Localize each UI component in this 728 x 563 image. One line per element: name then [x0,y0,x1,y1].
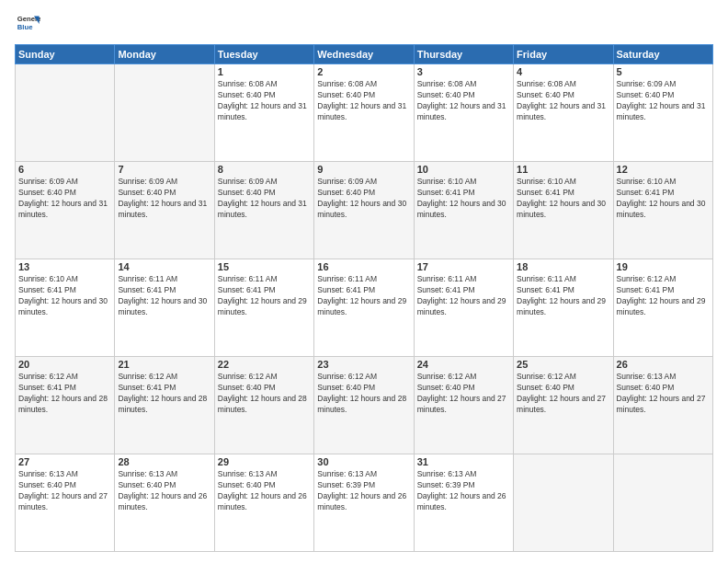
day-info: Sunrise: 6:12 AM Sunset: 6:40 PM Dayligh… [218,372,311,416]
calendar-cell: 21Sunrise: 6:12 AM Sunset: 6:41 PM Dayli… [115,357,214,454]
day-info: Sunrise: 6:13 AM Sunset: 6:39 PM Dayligh… [417,469,510,513]
day-of-week-header: Saturday [613,45,712,64]
day-info: Sunrise: 6:09 AM Sunset: 6:40 PM Dayligh… [118,177,210,221]
calendar-cell: 11Sunrise: 6:10 AM Sunset: 6:41 PM Dayli… [514,162,613,259]
day-info: Sunrise: 6:13 AM Sunset: 6:40 PM Dayligh… [118,469,210,513]
day-number: 9 [317,164,410,175]
day-info: Sunrise: 6:09 AM Sunset: 6:40 PM Dayligh… [218,177,311,221]
day-number: 22 [218,359,311,370]
calendar-week-row: 13Sunrise: 6:10 AM Sunset: 6:41 PM Dayli… [16,259,713,357]
svg-text:Blue: Blue [17,23,33,31]
day-of-week-header: Wednesday [314,45,414,64]
day-info: Sunrise: 6:10 AM Sunset: 6:41 PM Dayligh… [18,274,111,318]
calendar-cell: 9Sunrise: 6:09 AM Sunset: 6:40 PM Daylig… [314,162,414,259]
logo: General Blue [15,11,44,37]
calendar-cell: 23Sunrise: 6:12 AM Sunset: 6:40 PM Dayli… [314,357,414,454]
day-number: 30 [317,456,410,467]
day-of-week-header: Tuesday [214,45,313,64]
day-info: Sunrise: 6:08 AM Sunset: 6:40 PM Dayligh… [218,79,311,123]
day-number: 3 [417,66,510,77]
day-number: 11 [517,164,609,175]
day-info: Sunrise: 6:10 AM Sunset: 6:41 PM Dayligh… [517,177,609,221]
day-number: 21 [118,359,210,370]
day-info: Sunrise: 6:08 AM Sunset: 6:40 PM Dayligh… [517,79,609,123]
calendar-table: SundayMondayTuesdayWednesdayThursdayFrid… [15,44,713,552]
calendar-cell: 12Sunrise: 6:10 AM Sunset: 6:41 PM Dayli… [613,162,712,259]
day-info: Sunrise: 6:08 AM Sunset: 6:40 PM Dayligh… [417,79,510,123]
day-number: 5 [617,66,710,77]
calendar-cell: 2Sunrise: 6:08 AM Sunset: 6:40 PM Daylig… [314,64,414,162]
day-number: 12 [617,164,710,175]
day-info: Sunrise: 6:12 AM Sunset: 6:40 PM Dayligh… [317,372,410,416]
day-info: Sunrise: 6:09 AM Sunset: 6:40 PM Dayligh… [317,177,410,221]
page: General Blue SundayMondayTuesdayWednesda… [0,0,728,563]
calendar-cell: 30Sunrise: 6:13 AM Sunset: 6:39 PM Dayli… [314,454,414,552]
day-number: 1 [218,66,311,77]
calendar-cell: 18Sunrise: 6:11 AM Sunset: 6:41 PM Dayli… [514,259,613,357]
calendar-cell: 24Sunrise: 6:12 AM Sunset: 6:40 PM Dayli… [414,357,513,454]
day-number: 14 [118,261,210,272]
day-number: 23 [317,359,410,370]
calendar-cell: 4Sunrise: 6:08 AM Sunset: 6:40 PM Daylig… [514,64,613,162]
day-info: Sunrise: 6:11 AM Sunset: 6:41 PM Dayligh… [417,274,510,318]
day-number: 7 [118,164,210,175]
calendar-cell: 7Sunrise: 6:09 AM Sunset: 6:40 PM Daylig… [115,162,214,259]
day-info: Sunrise: 6:13 AM Sunset: 6:39 PM Dayligh… [317,469,410,513]
day-number: 8 [218,164,311,175]
day-number: 28 [118,456,210,467]
calendar-cell: 14Sunrise: 6:11 AM Sunset: 6:41 PM Dayli… [115,259,214,357]
calendar-cell: 26Sunrise: 6:13 AM Sunset: 6:40 PM Dayli… [613,357,712,454]
day-number: 24 [417,359,510,370]
day-number: 2 [317,66,410,77]
calendar-cell: 16Sunrise: 6:11 AM Sunset: 6:41 PM Dayli… [314,259,414,357]
day-number: 26 [617,359,710,370]
day-number: 25 [517,359,609,370]
calendar-week-row: 1Sunrise: 6:08 AM Sunset: 6:40 PM Daylig… [16,64,713,162]
day-of-week-header: Sunday [16,45,115,64]
day-info: Sunrise: 6:12 AM Sunset: 6:41 PM Dayligh… [617,274,710,318]
day-number: 18 [517,261,609,272]
day-info: Sunrise: 6:11 AM Sunset: 6:41 PM Dayligh… [118,274,210,318]
day-info: Sunrise: 6:12 AM Sunset: 6:41 PM Dayligh… [18,372,111,416]
header: General Blue [15,11,713,37]
day-info: Sunrise: 6:10 AM Sunset: 6:41 PM Dayligh… [417,177,510,221]
day-info: Sunrise: 6:11 AM Sunset: 6:41 PM Dayligh… [317,274,410,318]
day-number: 16 [317,261,410,272]
calendar-cell: 5Sunrise: 6:09 AM Sunset: 6:40 PM Daylig… [613,64,712,162]
calendar-cell: 29Sunrise: 6:13 AM Sunset: 6:40 PM Dayli… [214,454,313,552]
day-info: Sunrise: 6:08 AM Sunset: 6:40 PM Dayligh… [317,79,410,123]
day-info: Sunrise: 6:11 AM Sunset: 6:41 PM Dayligh… [218,274,311,318]
calendar-cell: 20Sunrise: 6:12 AM Sunset: 6:41 PM Dayli… [16,357,115,454]
calendar-cell [115,64,214,162]
day-info: Sunrise: 6:13 AM Sunset: 6:40 PM Dayligh… [617,372,710,416]
calendar-cell: 1Sunrise: 6:08 AM Sunset: 6:40 PM Daylig… [214,64,313,162]
day-number: 10 [417,164,510,175]
day-number: 19 [617,261,710,272]
calendar-cell [613,454,712,552]
calendar-cell [16,64,115,162]
calendar-cell: 10Sunrise: 6:10 AM Sunset: 6:41 PM Dayli… [414,162,513,259]
day-of-week-header: Friday [514,45,613,64]
day-number: 17 [417,261,510,272]
day-info: Sunrise: 6:13 AM Sunset: 6:40 PM Dayligh… [18,469,111,513]
day-info: Sunrise: 6:09 AM Sunset: 6:40 PM Dayligh… [617,79,710,123]
day-number: 4 [517,66,609,77]
calendar-cell: 27Sunrise: 6:13 AM Sunset: 6:40 PM Dayli… [16,454,115,552]
calendar-cell: 6Sunrise: 6:09 AM Sunset: 6:40 PM Daylig… [16,162,115,259]
calendar-cell: 31Sunrise: 6:13 AM Sunset: 6:39 PM Dayli… [414,454,513,552]
day-number: 13 [18,261,111,272]
day-info: Sunrise: 6:12 AM Sunset: 6:40 PM Dayligh… [517,372,609,416]
calendar-cell: 22Sunrise: 6:12 AM Sunset: 6:40 PM Dayli… [214,357,313,454]
calendar-cell: 15Sunrise: 6:11 AM Sunset: 6:41 PM Dayli… [214,259,313,357]
day-info: Sunrise: 6:13 AM Sunset: 6:40 PM Dayligh… [218,469,311,513]
calendar-header-row: SundayMondayTuesdayWednesdayThursdayFrid… [16,45,713,64]
day-number: 27 [18,456,111,467]
day-number: 20 [18,359,111,370]
calendar-cell: 19Sunrise: 6:12 AM Sunset: 6:41 PM Dayli… [613,259,712,357]
day-info: Sunrise: 6:12 AM Sunset: 6:41 PM Dayligh… [118,372,210,416]
day-info: Sunrise: 6:10 AM Sunset: 6:41 PM Dayligh… [617,177,710,221]
calendar-cell: 28Sunrise: 6:13 AM Sunset: 6:40 PM Dayli… [115,454,214,552]
logo-icon: General Blue [15,11,40,37]
calendar-week-row: 27Sunrise: 6:13 AM Sunset: 6:40 PM Dayli… [16,454,713,552]
day-number: 15 [218,261,311,272]
